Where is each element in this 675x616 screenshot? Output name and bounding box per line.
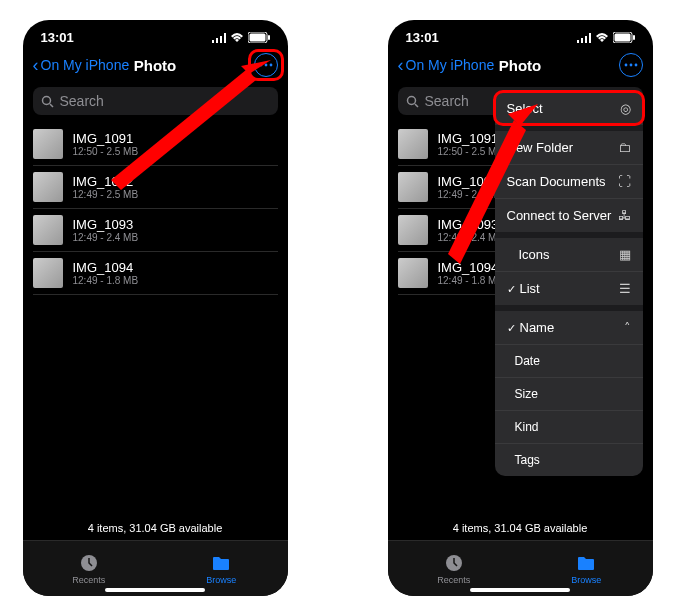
time: 13:01 bbox=[41, 30, 74, 45]
file-name: IMG_1091 bbox=[438, 131, 504, 146]
footer-status: 4 items, 31.04 GB available bbox=[388, 522, 653, 534]
menu-label: List bbox=[520, 281, 540, 296]
back-button[interactable]: ‹ On My iPhone bbox=[33, 55, 130, 76]
thumbnail bbox=[398, 215, 428, 245]
home-indicator[interactable] bbox=[470, 588, 570, 592]
menu-label: Select bbox=[507, 101, 543, 116]
scan-icon: ⛶ bbox=[618, 174, 631, 189]
file-list: IMG_109112:50 - 2.5 MB IMG_109212:49 - 2… bbox=[23, 123, 288, 295]
file-row[interactable]: IMG_109412:49 - 1.8 MB bbox=[33, 252, 278, 295]
svg-rect-1 bbox=[216, 38, 218, 43]
file-meta: 12:49 - 2.5 MB bbox=[73, 189, 139, 200]
more-button[interactable] bbox=[254, 53, 278, 77]
more-button[interactable] bbox=[619, 53, 643, 77]
menu-view-list[interactable]: ✓List☰ bbox=[495, 272, 643, 311]
file-name: IMG_1094 bbox=[73, 260, 139, 275]
menu-view-icons[interactable]: Icons▦ bbox=[495, 238, 643, 272]
file-name: IMG_1092 bbox=[438, 174, 504, 189]
search-icon bbox=[41, 95, 54, 108]
wifi-icon bbox=[595, 33, 609, 43]
file-meta: 12:49 - 2.4 MB bbox=[73, 232, 139, 243]
svg-line-11 bbox=[50, 104, 53, 107]
nav-header: ‹ On My iPhone Photo bbox=[388, 47, 653, 83]
search-input[interactable]: Search bbox=[33, 87, 278, 115]
menu-sort-name[interactable]: ✓Name˄ bbox=[495, 311, 643, 345]
svg-point-25 bbox=[407, 96, 415, 104]
menu-label: Date bbox=[515, 354, 540, 368]
svg-point-7 bbox=[259, 64, 262, 67]
new-folder-icon: 🗀 bbox=[618, 140, 631, 155]
svg-point-22 bbox=[624, 64, 627, 67]
menu-label: Name bbox=[520, 320, 555, 335]
checkmark-icon: ✓ bbox=[507, 283, 516, 295]
svg-rect-18 bbox=[589, 33, 591, 43]
grid-icon: ▦ bbox=[619, 247, 631, 262]
svg-point-23 bbox=[629, 64, 632, 67]
search-icon bbox=[406, 95, 419, 108]
file-meta: 12:49 - 1.8 MB bbox=[73, 275, 139, 286]
wifi-icon bbox=[230, 33, 244, 43]
svg-rect-5 bbox=[249, 34, 265, 42]
thumbnail bbox=[33, 129, 63, 159]
menu-select[interactable]: Select◎ bbox=[495, 92, 643, 131]
file-meta: 12:50 - 2.5 MB bbox=[73, 146, 139, 157]
thumbnail bbox=[398, 258, 428, 288]
phone-screenshot-1: 13:01 ‹ On My iPhone Photo Search IMG_10… bbox=[23, 20, 288, 596]
footer-status: 4 items, 31.04 GB available bbox=[23, 522, 288, 534]
thumbnail bbox=[33, 258, 63, 288]
svg-rect-6 bbox=[268, 35, 270, 40]
menu-new-folder[interactable]: New Folder🗀 bbox=[495, 131, 643, 165]
battery-icon bbox=[248, 32, 270, 43]
svg-rect-20 bbox=[614, 34, 630, 42]
menu-sort-tags[interactable]: Tags bbox=[495, 444, 643, 476]
menu-sort-kind[interactable]: Kind bbox=[495, 411, 643, 444]
menu-sort-size[interactable]: Size bbox=[495, 378, 643, 411]
nav-header: ‹ On My iPhone Photo bbox=[23, 47, 288, 83]
menu-label: Kind bbox=[515, 420, 539, 434]
file-row[interactable]: IMG_109212:49 - 2.5 MB bbox=[33, 166, 278, 209]
thumbnail bbox=[33, 172, 63, 202]
thumbnail bbox=[398, 172, 428, 202]
svg-rect-15 bbox=[577, 40, 579, 43]
search-placeholder: Search bbox=[60, 93, 104, 109]
svg-rect-0 bbox=[212, 40, 214, 43]
file-name: IMG_1093 bbox=[438, 217, 504, 232]
battery-icon bbox=[613, 32, 635, 43]
tab-label: Recents bbox=[437, 575, 470, 585]
checkmark-icon: ✓ bbox=[507, 322, 516, 334]
server-icon: 🖧 bbox=[618, 208, 631, 223]
chevron-left-icon: ‹ bbox=[33, 55, 39, 76]
status-indicators bbox=[577, 32, 635, 43]
menu-scan-documents[interactable]: Scan Documents⛶ bbox=[495, 165, 643, 199]
tab-label: Browse bbox=[206, 575, 236, 585]
file-name: IMG_1092 bbox=[73, 174, 139, 189]
file-row[interactable]: IMG_109312:49 - 2.4 MB bbox=[33, 209, 278, 252]
status-bar: 13:01 bbox=[23, 20, 288, 47]
folder-icon bbox=[211, 553, 231, 573]
file-meta: 12:49 - 2.5 MB bbox=[438, 189, 504, 200]
menu-connect-server[interactable]: Connect to Server🖧 bbox=[495, 199, 643, 238]
home-indicator[interactable] bbox=[105, 588, 205, 592]
file-row[interactable]: IMG_109112:50 - 2.5 MB bbox=[33, 123, 278, 166]
clock-icon bbox=[79, 553, 99, 573]
time: 13:01 bbox=[406, 30, 439, 45]
menu-sort-date[interactable]: Date bbox=[495, 345, 643, 378]
file-name: IMG_1091 bbox=[73, 131, 139, 146]
svg-rect-3 bbox=[224, 33, 226, 43]
svg-point-9 bbox=[269, 64, 272, 67]
file-meta: 12:50 - 2.5 MB bbox=[438, 146, 504, 157]
page-title: Photo bbox=[134, 57, 177, 74]
svg-rect-16 bbox=[581, 38, 583, 43]
status-bar: 13:01 bbox=[388, 20, 653, 47]
file-meta: 12:49 - 2.4 MB bbox=[438, 232, 504, 243]
file-name: IMG_1094 bbox=[438, 260, 504, 275]
menu-label: Icons bbox=[507, 247, 550, 262]
signal-icon bbox=[212, 33, 226, 43]
file-name: IMG_1093 bbox=[73, 217, 139, 232]
tab-label: Browse bbox=[571, 575, 601, 585]
back-button[interactable]: ‹ On My iPhone bbox=[398, 55, 495, 76]
search-placeholder: Search bbox=[425, 93, 469, 109]
menu-label: Scan Documents bbox=[507, 174, 606, 189]
menu-label: Size bbox=[515, 387, 538, 401]
clock-icon bbox=[444, 553, 464, 573]
